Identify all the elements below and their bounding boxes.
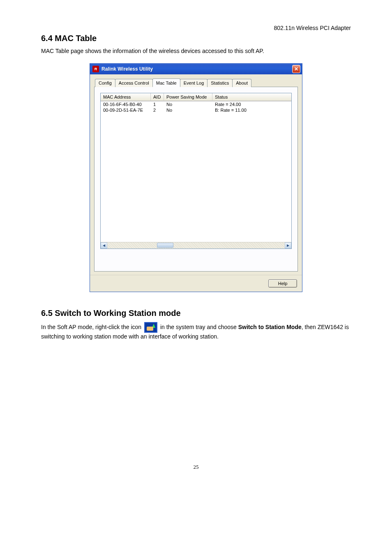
section-65-text-b: in the system tray and choose [160,324,238,330]
tray-icon [144,322,157,333]
close-button[interactable]: ✕ [292,65,300,73]
scroll-left-button[interactable]: ◀ [101,242,107,249]
section-65-bold: Switch to Station Mode [238,324,302,330]
titlebar[interactable]: R Ralink Wireless Utility ✕ [90,64,302,74]
cell-mac: 00-16-6F-45-B0-40 [101,101,151,107]
ralink-dialog: R Ralink Wireless Utility ✕ Config Acces… [90,63,302,292]
tab-about[interactable]: About [232,79,251,87]
tab-statistics[interactable]: Statistics [207,79,233,87]
col-header-aid[interactable]: AID [151,93,164,101]
close-icon: ✕ [294,66,298,72]
col-header-status[interactable]: Status [212,93,291,101]
cell-psm: No [164,101,212,107]
col-header-psm[interactable]: Power Saving Mode [164,93,212,101]
dialog-footer: Help [90,275,302,292]
window-title: Ralink Wireless Utility [101,66,292,72]
cell-status: Rate = 24.00 [212,101,291,107]
tab-config[interactable]: Config [95,79,115,87]
listview-header: MAC Address AID Power Saving Mode Status [101,93,291,101]
tabstrip: Config Access Control Mac Table Event Lo… [95,78,298,87]
col-header-mac[interactable]: MAC Address [101,93,151,101]
mac-table-listview[interactable]: MAC Address AID Power Saving Mode Status… [100,93,292,249]
section-64-intro: MAC Table page shows the information of … [41,47,351,55]
tab-event-log[interactable]: Event Log [180,79,208,87]
scroll-right-button[interactable]: ▶ [285,242,291,249]
section-65-paragraph: In the Soft AP mode, right-click the ico… [41,322,351,341]
scroll-track[interactable] [107,242,285,249]
horizontal-scrollbar[interactable]: ◀ ▶ [101,242,291,249]
chevron-left-icon: ◀ [103,244,105,247]
cell-status: B: Rate = 11.00 [212,107,291,113]
tab-panel: MAC Address AID Power Saving Mode Status… [94,87,298,272]
table-row[interactable]: 00-16-6F-45-B0-40 1 No Rate = 24.00 [101,101,291,107]
app-icon: R [92,66,99,72]
cell-psm: No [164,107,212,113]
tab-access-control[interactable]: Access Control [115,79,153,87]
section-65-text-a: In the Soft AP mode, right-click the ico… [41,324,143,330]
page-header: 802.11n Wireless PCI Adapter [41,25,351,31]
page-number: 25 [41,464,351,470]
chevron-right-icon: ▶ [287,244,289,247]
tab-mac-table[interactable]: Mac Table [152,78,180,87]
table-row[interactable]: 00-09-2D-51-EA-7E 2 No B: Rate = 11.00 [101,107,291,113]
section-title-65: 6.5 Switch to Working Station mode [41,309,351,318]
cell-aid: 2 [151,107,164,113]
help-button[interactable]: Help [268,279,297,288]
scroll-thumb[interactable] [157,243,173,248]
cell-mac: 00-09-2D-51-EA-7E [101,107,151,113]
section-title-64: 6.4 MAC Table [41,34,351,43]
cell-aid: 1 [151,101,164,107]
